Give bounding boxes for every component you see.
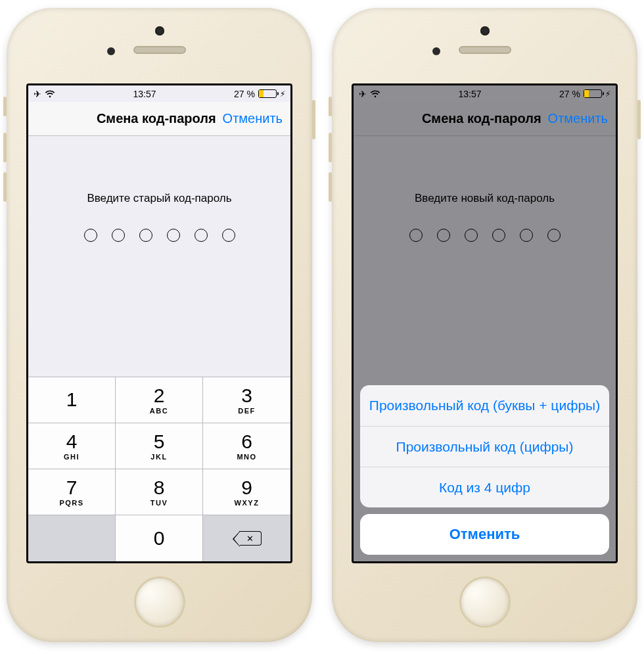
mute-switch[interactable] — [3, 97, 7, 116]
passcode-dot — [222, 229, 235, 242]
earpiece-speaker — [459, 46, 511, 54]
front-camera — [480, 26, 490, 35]
nav-header: Смена код-пароля Отменить — [28, 102, 290, 136]
nav-title: Смена код-пароля — [97, 111, 216, 126]
option-numeric[interactable]: Произвольный код (цифры) — [360, 426, 609, 467]
keypad-blank — [28, 515, 116, 561]
airplane-mode-icon: ✈ — [34, 89, 41, 99]
device-left: ✈ 13:57 27 % ⚡︎ Смена код-пароля Отменит… — [7, 8, 312, 642]
airplane-mode-icon: ✈ — [359, 89, 367, 99]
nav-cancel-button[interactable]: Отменить — [548, 111, 608, 126]
battery-percent: 27 % — [234, 89, 255, 99]
battery-icon — [584, 89, 602, 98]
earpiece-speaker — [133, 46, 186, 54]
status-bar: ✈ 13:57 27 % ⚡︎ — [354, 85, 616, 102]
passcode-dots — [409, 229, 561, 242]
passcode-dot — [520, 229, 533, 242]
number-keypad: 1 2ABC 3DEF 4GHI 5JKL 6MNO 7PQRS 8TUV 9W… — [28, 377, 290, 561]
passcode-dot — [112, 229, 125, 242]
passcode-dots — [84, 229, 235, 242]
keypad-3[interactable]: 3DEF — [203, 377, 290, 423]
wifi-icon — [45, 90, 55, 98]
passcode-dot — [465, 229, 478, 242]
proximity-sensor — [432, 47, 440, 55]
volume-up-button[interactable] — [3, 133, 7, 162]
passcode-dot — [437, 229, 450, 242]
battery-icon — [258, 89, 277, 98]
keypad-9[interactable]: 9WXYZ — [203, 469, 290, 515]
passcode-dot — [409, 229, 423, 242]
backspace-icon: ✕ — [239, 531, 262, 546]
passcode-prompt: Введите старый код-пароль — [87, 192, 231, 205]
power-button[interactable] — [637, 100, 641, 139]
passcode-prompt-area: Введите старый код-пароль — [28, 136, 290, 377]
status-time: 13:57 — [133, 89, 156, 99]
passcode-dot — [139, 229, 152, 242]
keypad-8[interactable]: 8TUV — [116, 469, 203, 515]
keypad-4[interactable]: 4GHI — [28, 423, 116, 469]
battery-percent: 27 % — [559, 89, 580, 99]
charging-icon: ⚡︎ — [280, 89, 285, 99]
keypad-2[interactable]: 2ABC — [116, 377, 203, 423]
wifi-icon — [370, 90, 380, 98]
keypad-6[interactable]: 6MNO — [203, 423, 290, 469]
power-button[interactable] — [312, 100, 315, 139]
status-bar: ✈ 13:57 27 % ⚡︎ — [28, 85, 290, 102]
keypad-0[interactable]: 0 — [116, 515, 203, 561]
keypad-backspace[interactable]: ✕ — [203, 515, 290, 561]
action-sheet: Произвольный код (буквы + цифры) Произво… — [354, 379, 616, 561]
front-camera — [155, 26, 164, 35]
volume-up-button[interactable] — [329, 133, 332, 162]
passcode-prompt: Введите новый код-пароль — [415, 192, 555, 205]
volume-down-button[interactable] — [329, 172, 332, 202]
option-4digit[interactable]: Код из 4 цифр — [360, 467, 609, 507]
volume-down-button[interactable] — [3, 172, 7, 202]
action-sheet-cancel[interactable]: Отменить — [360, 514, 609, 555]
passcode-dot — [547, 229, 561, 242]
passcode-dot — [84, 229, 97, 242]
home-button[interactable] — [459, 576, 511, 628]
option-alphanumeric[interactable]: Произвольный код (буквы + цифры) — [360, 385, 609, 426]
device-right: ✈ 13:57 27 % ⚡︎ Смена код-пароля Отменит… — [332, 8, 637, 642]
action-sheet-options: Произвольный код (буквы + цифры) Произво… — [360, 385, 609, 507]
keypad-7[interactable]: 7PQRS — [28, 469, 116, 515]
nav-header: Смена код-пароля Отменить — [354, 102, 616, 136]
status-time: 13:57 — [459, 89, 482, 99]
home-button[interactable] — [134, 576, 185, 628]
mute-switch[interactable] — [329, 97, 332, 116]
nav-title: Смена код-пароля — [422, 111, 541, 126]
keypad-5[interactable]: 5JKL — [116, 423, 203, 469]
proximity-sensor — [107, 47, 115, 55]
charging-icon: ⚡︎ — [605, 89, 610, 99]
passcode-dot — [167, 229, 180, 242]
passcode-dot — [195, 229, 208, 242]
keypad-1[interactable]: 1 — [28, 377, 116, 423]
nav-cancel-button[interactable]: Отменить — [223, 111, 283, 126]
passcode-dot — [492, 229, 505, 242]
